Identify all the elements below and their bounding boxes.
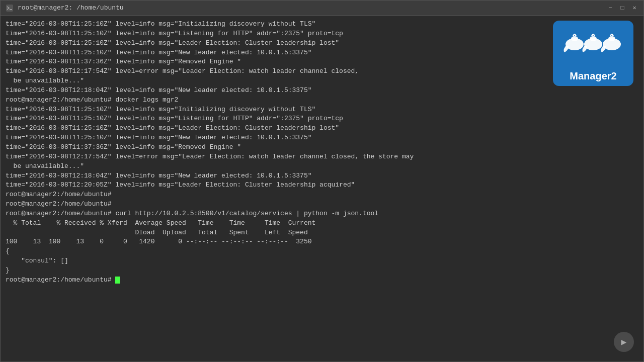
terminal-output[interactable]: time="2016-03-08T11:25:10Z" level=info m… xyxy=(1,16,543,361)
close-button[interactable]: ✕ xyxy=(630,4,638,12)
docker-logo: Manager2 xyxy=(553,21,633,86)
minimize-button[interactable]: − xyxy=(606,4,614,12)
content-area: time="2016-03-08T11:25:10Z" level=info m… xyxy=(1,16,643,361)
docker-panel: Manager2 xyxy=(543,16,643,361)
svg-point-5 xyxy=(590,36,597,41)
title-bar: root@manager2: /home/ubuntu − □ ✕ xyxy=(1,1,643,16)
docker-svg xyxy=(560,25,626,65)
maximize-button[interactable]: □ xyxy=(618,4,626,12)
window-controls: − □ ✕ xyxy=(606,4,638,12)
svg-point-7 xyxy=(608,36,615,41)
docker-whales-icon xyxy=(560,25,626,65)
terminal-window: root@manager2: /home/ubuntu − □ ✕ time="… xyxy=(0,0,644,362)
terminal-icon xyxy=(6,4,14,12)
scroll-right-button[interactable]: ▶ xyxy=(614,332,634,352)
window-title: root@manager2: /home/ubuntu xyxy=(18,4,606,12)
svg-point-3 xyxy=(571,36,578,41)
docker-label: Manager2 xyxy=(570,70,616,82)
